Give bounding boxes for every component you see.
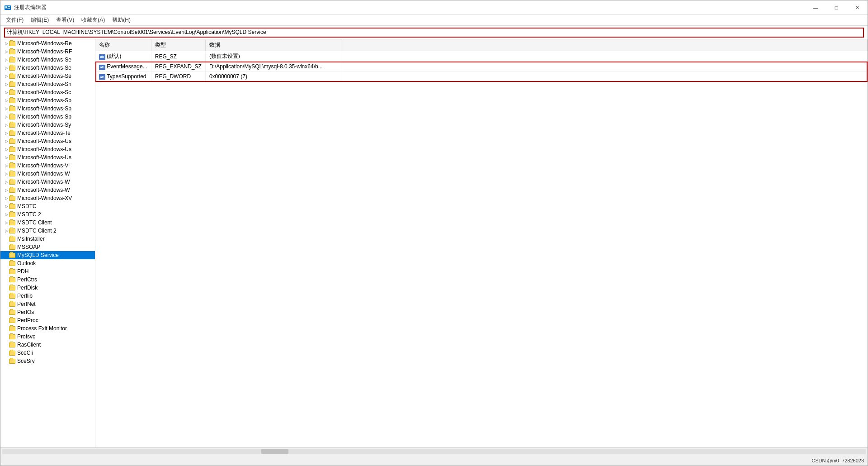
tree-item[interactable]: PerfCtrs <box>0 276 95 284</box>
folder-icon <box>9 219 16 226</box>
col-name: 名称 <box>95 39 151 51</box>
tree-item[interactable]: Profsvc <box>0 333 95 341</box>
tree-item[interactable]: ▷Microsoft-Windows-Te <box>0 129 95 137</box>
tree-item[interactable]: ▷Microsoft-Windows-Se <box>0 72 95 80</box>
tree-item[interactable]: ▷MSDTC Client <box>0 219 95 227</box>
expand-arrow-icon: ▷ <box>4 139 9 143</box>
maximize-button[interactable]: □ <box>826 0 847 15</box>
tree-item[interactable]: ▷MSDTC 2 <box>0 210 95 219</box>
expand-arrow-icon: ▷ <box>4 66 9 70</box>
menu-view[interactable]: 查看(V) <box>52 15 78 25</box>
app-icon <box>4 4 11 11</box>
expand-arrow-icon: ▷ <box>4 220 9 225</box>
tree-item[interactable]: Process Exit Monitor <box>0 324 95 333</box>
scroll-track[interactable] <box>2 449 866 454</box>
cell-extra <box>341 71 867 81</box>
tree-item[interactable]: ▷Microsoft-Windows-Re <box>0 39 95 48</box>
cell-type: REG_SZ <box>151 51 205 62</box>
tree-item[interactable]: PerfProc <box>0 316 95 324</box>
tree-item-label: Microsoft-Windows-W <box>17 187 70 193</box>
folder-icon <box>9 243 16 251</box>
tree-item[interactable]: ▷Microsoft-Windows-Sc <box>0 88 95 96</box>
tree-item-label: MSDTC Client <box>17 219 52 226</box>
detail-panel: 名称 类型 数据 ab (默认)REG_SZ(数值未设置)ab EventMes… <box>95 39 868 447</box>
tree-item[interactable]: ▷Microsoft-Windows-Sp <box>0 96 95 105</box>
tree-item[interactable]: ▷Microsoft-Windows-Sp <box>0 113 95 121</box>
detail-table: 名称 类型 数据 ab (默认)REG_SZ(数值未设置)ab EventMes… <box>95 39 868 81</box>
folder-icon <box>9 129 16 137</box>
folder-icon <box>9 292 16 300</box>
tree-item[interactable]: Perflib <box>0 292 95 300</box>
address-input[interactable] <box>4 28 864 38</box>
expand-arrow-icon: ▷ <box>4 114 9 119</box>
tree-item[interactable]: ▷Microsoft-Windows-XV <box>0 194 95 202</box>
tree-item[interactable]: ▷Microsoft-Windows-Vi <box>0 162 95 170</box>
scroll-thumb[interactable] <box>261 449 288 454</box>
folder-icon <box>9 268 16 275</box>
tree-item[interactable]: ▷Microsoft-Windows-Us <box>0 153 95 162</box>
tree-item-label: Microsoft-Windows-Sp <box>17 114 71 120</box>
tree-item[interactable]: ▷Microsoft-Windows-W <box>0 170 95 178</box>
table-row[interactable]: ab EventMessage...REG_EXPAND_SZD:\Applic… <box>95 62 868 72</box>
tree-item[interactable]: ▷MSDTC <box>0 202 95 210</box>
folder-icon <box>9 186 16 194</box>
bottom-scrollbar[interactable] <box>0 447 868 455</box>
folder-icon <box>9 97 16 104</box>
minimize-button[interactable]: — <box>805 0 826 15</box>
tree-item-label: SceCli <box>17 350 33 356</box>
expand-arrow-icon <box>4 261 9 266</box>
tree-item[interactable]: ▷Microsoft-Windows-Se <box>0 56 95 64</box>
expand-arrow-icon <box>4 294 9 298</box>
tree-item-label: Microsoft-Windows-Us <box>17 154 71 161</box>
cell-type: REG_EXPAND_SZ <box>151 62 205 72</box>
svg-rect-4 <box>5 9 10 9</box>
expand-arrow-icon <box>4 285 9 290</box>
tree-item[interactable]: MsiInstaller <box>0 235 95 243</box>
tree-item[interactable]: ▷MSDTC Client 2 <box>0 227 95 235</box>
tree-item[interactable]: MSSOAP <box>0 243 95 251</box>
tree-item[interactable]: ▷Microsoft-Windows-Us <box>0 137 95 145</box>
tree-item-label: Microsoft-Windows-Se <box>17 57 71 63</box>
expand-arrow-icon: ▷ <box>4 155 9 160</box>
folder-icon <box>9 81 16 88</box>
tree-item[interactable]: SceCli <box>0 349 95 357</box>
menu-edit[interactable]: 编辑(E) <box>27 15 52 25</box>
menu-help[interactable]: 帮助(H) <box>108 15 134 25</box>
col-data: 数据 <box>205 39 341 51</box>
tree-item[interactable]: ▷Microsoft-Windows-RF <box>0 48 95 56</box>
table-row[interactable]: ab TypesSupportedREG_DWORD0x00000007 (7) <box>95 71 868 81</box>
title-bar: 注册表编辑器 — □ ✕ <box>0 0 868 15</box>
tree-item[interactable]: SceSrv <box>0 357 95 365</box>
title-bar-left: 注册表编辑器 <box>4 4 47 11</box>
menu-file[interactable]: 文件(F) <box>2 15 27 25</box>
folder-icon <box>9 121 16 128</box>
cell-extra <box>341 62 867 72</box>
table-row[interactable]: ab (默认)REG_SZ(数值未设置) <box>95 51 868 62</box>
tree-item[interactable]: RasClient <box>0 341 95 349</box>
tree-item[interactable]: ▷Microsoft-Windows-Sn <box>0 80 95 88</box>
tree-item-label: Microsoft-Windows-Te <box>17 130 71 136</box>
menu-favorites[interactable]: 收藏夹(A) <box>78 15 108 25</box>
cell-name: ab (默认) <box>95 51 151 62</box>
tree-item[interactable]: ▷Microsoft-Windows-W <box>0 178 95 186</box>
expand-arrow-icon <box>4 351 9 355</box>
tree-item[interactable]: PerfOs <box>0 308 95 316</box>
tree-item[interactable]: MySQLD Service <box>0 251 95 259</box>
tree-item-label: MySQLD Service <box>17 252 59 258</box>
tree-panel[interactable]: ▷Microsoft-Windows-Re▷Microsoft-Windows-… <box>0 39 95 447</box>
close-button[interactable]: ✕ <box>847 0 868 15</box>
tree-item[interactable]: ▷Microsoft-Windows-W <box>0 186 95 194</box>
tree-item[interactable]: PDH <box>0 267 95 276</box>
tree-item[interactable]: ▷Microsoft-Windows-Se <box>0 64 95 72</box>
tree-item-label: Microsoft-Windows-RF <box>17 48 72 55</box>
tree-item[interactable]: ▷Microsoft-Windows-Sp <box>0 105 95 113</box>
tree-item[interactable]: ▷Microsoft-Windows-Sy <box>0 121 95 129</box>
tree-item[interactable]: PerfNet <box>0 300 95 308</box>
tree-item[interactable]: Outlook <box>0 259 95 267</box>
address-bar <box>0 26 868 39</box>
tree-item[interactable]: PerfDisk <box>0 284 95 292</box>
tree-item[interactable]: ▷Microsoft-Windows-Us <box>0 145 95 153</box>
tree-item-label: Microsoft-Windows-Sc <box>17 89 71 95</box>
tree-item-label: Perflib <box>17 293 33 299</box>
folder-icon <box>9 64 16 71</box>
